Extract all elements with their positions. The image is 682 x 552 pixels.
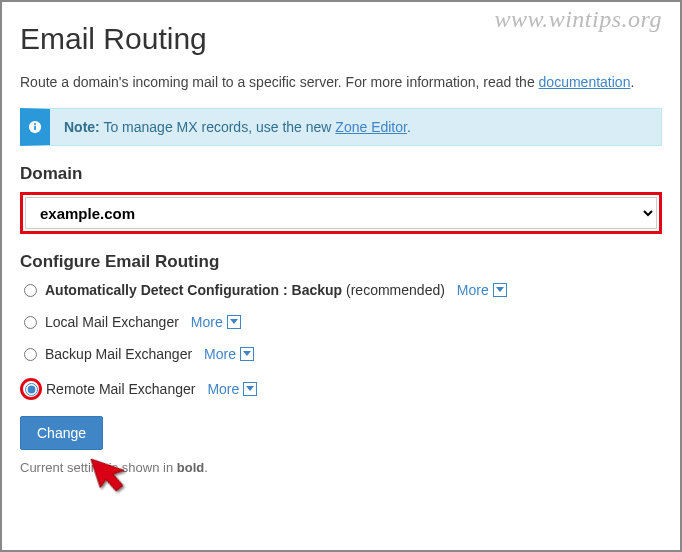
radio-auto-detect[interactable]	[24, 284, 37, 297]
current-setting-hint: Current setting is shown in bold.	[20, 460, 662, 475]
zone-editor-link[interactable]: Zone Editor	[335, 119, 407, 135]
more-text: More	[191, 314, 223, 330]
change-button[interactable]: Change	[20, 416, 103, 450]
configure-label: Configure Email Routing	[20, 252, 662, 272]
radio-backup[interactable]	[24, 348, 37, 361]
caret-down-icon	[243, 382, 257, 396]
intro-text: Route a domain's incoming mail to a spec…	[20, 74, 662, 90]
hint-b: bold	[177, 460, 204, 475]
more-link-remote[interactable]: More	[207, 381, 257, 397]
intro-text-b: .	[630, 74, 634, 90]
main-content: Email Routing Route a domain's incoming …	[2, 2, 680, 495]
option-local[interactable]: Local Mail Exchanger More	[24, 314, 662, 330]
domain-label: Domain	[20, 164, 662, 184]
documentation-link[interactable]: documentation	[539, 74, 631, 90]
note-label: Note:	[64, 119, 100, 135]
note-text-a: To manage MX records, use the new	[100, 119, 336, 135]
more-link-auto[interactable]: More	[457, 282, 507, 298]
domain-select[interactable]: example.com	[25, 197, 657, 229]
radio-remote[interactable]	[25, 383, 38, 396]
opt-auto-text: Automatically Detect Configuration : Bac…	[45, 282, 342, 298]
more-text: More	[204, 346, 236, 362]
caret-down-icon	[240, 347, 254, 361]
page-title: Email Routing	[20, 22, 662, 56]
intro-text-a: Route a domain's incoming mail to a spec…	[20, 74, 539, 90]
info-note-box: Note: To manage MX records, use the new …	[20, 108, 662, 146]
caret-down-icon	[493, 283, 507, 297]
option-backup[interactable]: Backup Mail Exchanger More	[24, 346, 662, 362]
routing-options: Automatically Detect Configuration : Bac…	[24, 282, 662, 400]
option-label-backup: Backup Mail Exchanger	[45, 346, 192, 362]
more-text: More	[207, 381, 239, 397]
note-text-b: .	[407, 119, 411, 135]
svg-rect-2	[34, 123, 36, 125]
radio-remote-highlight	[20, 378, 42, 400]
option-label-remote: Remote Mail Exchanger	[46, 381, 195, 397]
hint-a: Current setting is shown in	[20, 460, 177, 475]
option-remote[interactable]: Remote Mail Exchanger More	[24, 378, 662, 400]
domain-select-highlight: example.com	[20, 192, 662, 234]
more-link-local[interactable]: More	[191, 314, 241, 330]
more-link-backup[interactable]: More	[204, 346, 254, 362]
radio-local[interactable]	[24, 316, 37, 329]
option-label-auto: Automatically Detect Configuration : Bac…	[45, 282, 445, 298]
more-text: More	[457, 282, 489, 298]
hint-c: .	[204, 460, 208, 475]
opt-auto-rec: (recommended)	[342, 282, 445, 298]
svg-rect-1	[34, 126, 36, 130]
option-auto-detect[interactable]: Automatically Detect Configuration : Bac…	[24, 282, 662, 298]
caret-down-icon	[227, 315, 241, 329]
option-label-local: Local Mail Exchanger	[45, 314, 179, 330]
info-icon	[28, 120, 42, 134]
